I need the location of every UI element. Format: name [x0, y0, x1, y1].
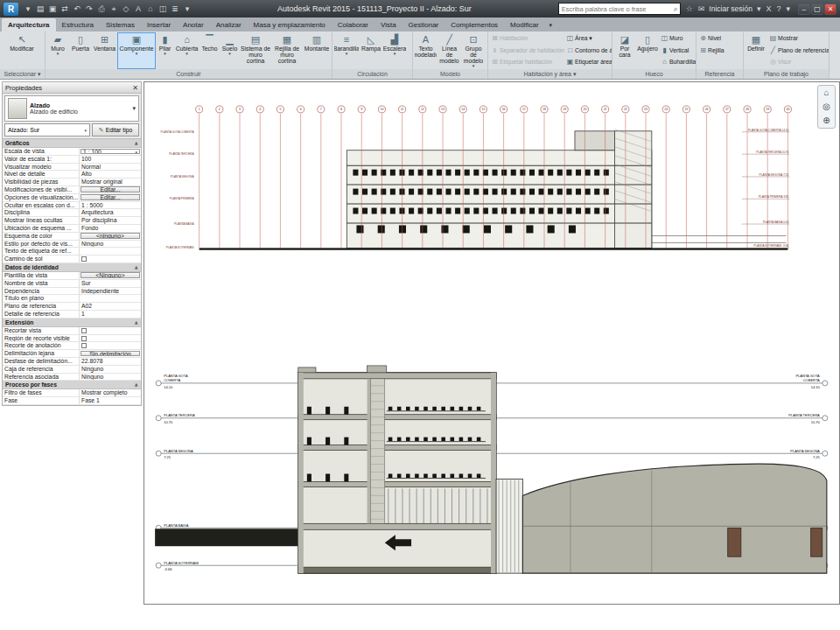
ribbon-button-mostrar[interactable]: ▤Mostrar	[768, 32, 830, 45]
property-value[interactable]: Ninguno	[80, 366, 141, 373]
tab-gestionar[interactable]: Gestionar	[402, 18, 445, 32]
ribbon-button-muro[interactable]: ◫Muro	[660, 32, 696, 45]
property-value[interactable]: Mostrar completo	[80, 389, 141, 396]
ribbon-button-suelo[interactable]: ▁Suelo▾	[220, 32, 240, 69]
ribbon-button-muro[interactable]: ▰Muro▾	[46, 32, 69, 69]
property-value[interactable]: Fase 1	[80, 397, 141, 404]
ribbon-button-rejilla-de-muro-cortina[interactable]: ▦Rejilla de muro cortina	[271, 32, 303, 69]
view-selector-combo[interactable]: Alzado: Sur ▾	[4, 123, 90, 136]
property-value[interactable]: Normal	[80, 164, 141, 171]
ribbon-button-montante[interactable]: ▥Montante	[303, 32, 331, 69]
drawing-canvas[interactable]: PLANTA GOTACOBERTAPLANTA GOTACOBERTA14.1…	[144, 81, 840, 605]
ribbon-button-contorno-de-área[interactable]: □Contorno de área	[565, 45, 612, 57]
ribbon-button-agujero[interactable]: ▯Agujero	[636, 32, 659, 69]
properties-header[interactable]: Propiedades ✕	[3, 82, 141, 94]
property-value[interactable]	[80, 295, 141, 302]
property-value[interactable]: 100	[80, 156, 141, 163]
print-icon[interactable]: ⎙	[96, 3, 108, 16]
ribbon-button-vertical[interactable]: ▮Vertical	[660, 45, 696, 57]
property-value[interactable]: <Ninguno>	[80, 272, 140, 278]
app-menu-arrow-icon[interactable]: ▾	[23, 3, 34, 16]
toolbar-arrow-icon[interactable]: ▾	[182, 3, 193, 16]
help-icon[interactable]: ?	[774, 4, 783, 13]
tab-anotar[interactable]: Anotar	[177, 18, 210, 32]
steering-wheel-icon[interactable]: ◎	[818, 100, 835, 114]
ribbon-button-modificar[interactable]: ↖Modificar	[1, 32, 43, 69]
property-value[interactable]: 1 : 5000	[80, 202, 141, 209]
signin-button[interactable]: Iniciar sesión	[707, 4, 754, 13]
tab-overflow-arrow-icon[interactable]: ▾	[545, 18, 557, 32]
ribbon-button-escalera[interactable]: ▟Escalera▾	[382, 32, 407, 69]
ribbon-button-rejilla[interactable]: ⊞Rejilla	[698, 45, 724, 57]
tab-vista[interactable]: Vista	[374, 18, 402, 32]
property-value[interactable]: Sin delimitación	[80, 351, 140, 357]
ribbon-button-etiquetar-área[interactable]: ▣Etiquetar área ▾	[565, 56, 612, 68]
search-input[interactable]	[559, 5, 672, 13]
ribbon-button-pilar[interactable]: ▮Pilar▾	[156, 32, 174, 69]
revit-logo-button[interactable]: R	[4, 3, 18, 16]
ribbon-button-buhardilla[interactable]: ⌂Buhardilla	[660, 56, 696, 68]
tab-analizar[interactable]: Analizar	[210, 18, 248, 32]
measure-icon[interactable]: ⌖	[108, 3, 120, 16]
property-value[interactable]: <ninguno>	[80, 233, 140, 239]
property-value[interactable]: A02	[80, 303, 141, 310]
close-icon[interactable]: ✕	[132, 84, 138, 92]
communication-center-icon[interactable]: ✉	[696, 4, 708, 13]
ribbon-button-cubierta[interactable]: ⌂Cubierta▾	[174, 32, 200, 69]
ribbon-button-línea-de-modelo[interactable]: ╱Línea de modelo	[438, 32, 461, 69]
signin-arrow-icon[interactable]: ▾	[754, 4, 764, 13]
property-group-header[interactable]: Datos de identidad∧	[3, 263, 141, 272]
chevron-down-icon[interactable]: ▾	[130, 105, 138, 112]
ribbon-button-techo[interactable]: ▔Techo	[200, 32, 220, 69]
property-value[interactable]	[80, 248, 141, 255]
property-value[interactable]: Ninguno	[80, 374, 141, 381]
panel-caption-habitación-y-área[interactable]: Habitación y área ▾	[488, 69, 612, 79]
checkbox-unchecked[interactable]	[81, 328, 87, 333]
minimize-button[interactable]: –	[798, 4, 810, 15]
property-value[interactable]	[80, 335, 141, 342]
ribbon-button-barandilla[interactable]: ≡Barandilla▾	[333, 32, 360, 69]
property-value[interactable]: Por disciplina	[80, 217, 141, 224]
checkbox-unchecked[interactable]	[81, 343, 87, 348]
maximize-button[interactable]: ▢	[811, 4, 823, 15]
panel-caption-seleccionar[interactable]: Seleccionar ▾	[0, 69, 45, 79]
viewcube-home-icon[interactable]: ⌂	[818, 86, 835, 100]
ribbon-button-nivel[interactable]: ⊕Nivel	[698, 32, 724, 45]
ribbon-button-por-cara[interactable]: ◪Por cara	[613, 32, 636, 69]
tab-masa-y-emplazamiento[interactable]: Masa y emplazamiento	[248, 18, 332, 32]
ribbon-button-rampa[interactable]: ◺Rampa	[360, 32, 382, 69]
property-value[interactable]: Fondo	[80, 225, 141, 232]
property-value[interactable]: Mostrar original	[80, 178, 141, 186]
tab-arquitectura[interactable]: Arquitectura	[2, 18, 56, 32]
ribbon-button-plano-de-referencia[interactable]: ╱Plano de referencia	[768, 45, 830, 57]
save-icon[interactable]: ▣	[47, 3, 59, 16]
type-selector[interactable]: Alzado Alzado de edificio ▾	[4, 95, 139, 122]
ribbon-button-puerta[interactable]: ▯Puerta	[69, 32, 92, 69]
thin-lines-icon[interactable]: ≣	[170, 3, 181, 16]
tab-colaborar[interactable]: Colaborar	[332, 18, 374, 32]
property-value[interactable]: Ninguno	[80, 241, 141, 248]
ribbon-button-ventana[interactable]: ⊞Ventana	[92, 32, 117, 69]
property-group-header[interactable]: Extensión∧	[3, 318, 141, 327]
property-value[interactable]: Independiente	[80, 288, 141, 295]
zoom-icon[interactable]: ⊕	[818, 114, 835, 128]
property-value[interactable]: Sur	[80, 280, 141, 287]
tab-estructura[interactable]: Estructura	[56, 18, 100, 32]
exchange-apps-icon[interactable]: Χ	[763, 4, 774, 13]
property-value[interactable]: 22.8078	[80, 358, 141, 365]
property-value[interactable]: Arquitectura	[80, 209, 141, 216]
view-alzado-sur[interactable]: PLANTA GOTACOBERTAPLANTA GOTACOBERTA14.1…	[144, 82, 839, 604]
favorites-star-icon[interactable]: ☆	[683, 4, 696, 13]
property-group-header[interactable]: Proceso por fases∧	[3, 381, 141, 389]
edit-type-button[interactable]: ✎ Editar tipo	[92, 123, 139, 136]
ribbon-button-sistema-de-muro-cortina[interactable]: ▤Sistema de muro cortina	[240, 32, 271, 69]
ribbon-button-texto-modelado[interactable]: ATexto modelado	[414, 32, 438, 69]
sync-icon[interactable]: ⇄	[60, 3, 71, 16]
section-icon[interactable]: ◫	[158, 3, 169, 16]
ribbon-button-grupo-de-modelo[interactable]: ⊡Grupo de modelo▾	[461, 32, 486, 69]
property-value[interactable]: 1 : 100▾	[80, 149, 140, 155]
property-value[interactable]	[80, 327, 141, 334]
ribbon-button-componente[interactable]: ▣Componente▾	[117, 32, 156, 69]
property-value[interactable]	[80, 256, 141, 262]
checkbox-unchecked[interactable]	[81, 256, 87, 262]
